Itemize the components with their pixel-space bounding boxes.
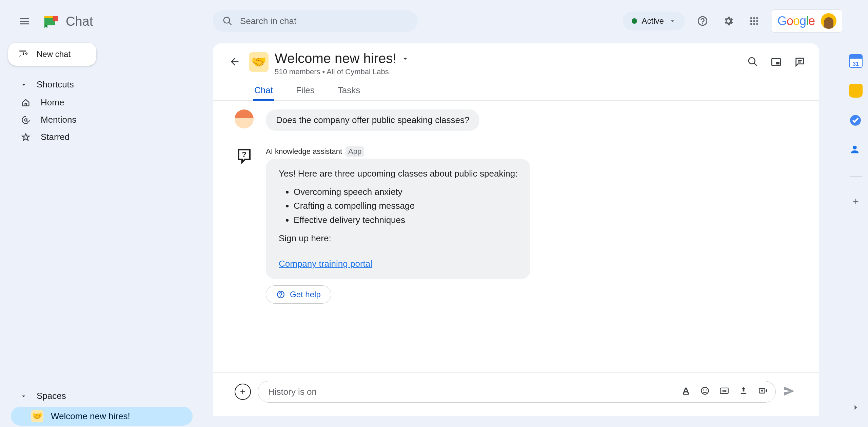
svg-point-3 [756, 17, 758, 19]
space-emoji-icon: 🤝 [31, 410, 43, 422]
side-rail: 31 + [844, 44, 868, 427]
svg-point-14 [702, 387, 709, 394]
svg-point-6 [756, 20, 758, 22]
caret-down-icon [20, 393, 27, 400]
rail-addons-button[interactable]: + [853, 196, 859, 207]
composer-bar: + History is on GIF [213, 372, 819, 416]
threads-button[interactable] [794, 56, 806, 69]
account-box[interactable]: Google [772, 9, 842, 33]
new-chat-label: New chat [37, 49, 71, 59]
tab-chat[interactable]: Chat [253, 82, 274, 100]
svg-point-16 [706, 389, 707, 390]
upload-button[interactable] [739, 386, 748, 398]
rail-keep-button[interactable] [849, 84, 863, 98]
app-brand[interactable]: Chat [42, 12, 93, 30]
svg-point-9 [756, 23, 758, 25]
svg-point-2 [753, 17, 755, 19]
format-button[interactable] [681, 386, 691, 398]
composer-input[interactable]: History is on GIF [258, 381, 776, 403]
bot-list-item: Overcoming speech anxiety [294, 186, 517, 199]
sidebar-item-home[interactable]: Home [0, 94, 203, 111]
sidebar-item-starred[interactable]: Starred [0, 128, 203, 146]
spaces-header[interactable]: Spaces [0, 387, 203, 405]
svg-rect-11 [776, 62, 780, 64]
space-avatar-icon: 🤝 [249, 52, 269, 72]
svg-point-4 [750, 20, 752, 22]
main-menu-button[interactable] [16, 13, 33, 29]
bot-message-bubble: Yes! Here are three upcoming classes abo… [266, 159, 530, 279]
composer-add-button[interactable]: + [235, 384, 251, 400]
rail-collapse-button[interactable] [851, 403, 861, 413]
emoji-button[interactable] [700, 386, 710, 398]
user-message-bubble: Does the company offer public speaking c… [266, 109, 479, 131]
status-label: Active [642, 16, 664, 26]
get-help-button[interactable]: Get help [266, 285, 331, 304]
help-icon [276, 290, 285, 299]
star-icon [21, 133, 31, 142]
sidebar-item-label: Home [41, 97, 64, 108]
bot-list-item: Crafting a compelling message [294, 200, 517, 212]
tab-files[interactable]: Files [295, 82, 316, 100]
status-dot-icon [632, 18, 637, 24]
sidebar-item-label: Starred [41, 132, 70, 142]
get-help-label: Get help [290, 290, 321, 299]
settings-button[interactable] [720, 13, 736, 29]
search-in-space-button[interactable] [747, 56, 758, 69]
meet-button[interactable] [758, 386, 769, 398]
new-chat-button[interactable]: New chat [8, 43, 96, 66]
gear-icon [723, 15, 734, 27]
message-bot: ? AI knowledge assistant App Yes! Here a… [226, 146, 806, 304]
svg-point-1 [750, 17, 752, 19]
space-item-welcome-new-hires[interactable]: 🤝 Welcome new hires! [11, 407, 193, 426]
gif-button[interactable]: GIF [719, 386, 729, 398]
arrow-left-icon [229, 56, 240, 67]
shortcuts-header[interactable]: Shortcuts [0, 75, 203, 94]
space-title-button[interactable]: Welcome new hires! [275, 51, 410, 66]
back-button[interactable] [226, 54, 243, 70]
svg-text:GIF: GIF [722, 389, 727, 393]
bot-app-tag: App [346, 146, 364, 157]
pip-icon [770, 56, 782, 68]
tasks-icon [849, 114, 862, 127]
support-button[interactable] [694, 13, 711, 29]
home-icon [21, 98, 31, 107]
tab-tasks[interactable]: Tasks [336, 82, 361, 100]
google-logo: Google [777, 14, 815, 28]
chevron-down-icon [400, 54, 410, 63]
format-icon [681, 386, 691, 395]
spaces-label: Spaces [37, 391, 66, 401]
rail-contacts-button[interactable] [849, 144, 863, 157]
apps-grid-icon [749, 16, 759, 26]
svg-point-8 [753, 23, 755, 25]
apps-launcher-button[interactable] [746, 13, 762, 29]
search-input[interactable]: Search in chat [213, 10, 418, 32]
menu-icon [18, 15, 31, 27]
svg-point-15 [703, 389, 704, 390]
svg-point-5 [753, 20, 755, 22]
bot-avatar-icon: ? [236, 147, 253, 164]
status-dropdown[interactable]: Active [623, 12, 685, 30]
bot-intro-text: Yes! Here are three upcoming classes abo… [279, 167, 517, 180]
chat-lines-icon [794, 56, 806, 68]
help-icon [697, 15, 708, 27]
user-avatar[interactable] [821, 13, 836, 29]
training-portal-link[interactable]: Company training portal [279, 259, 372, 269]
bot-avatar: ? [235, 146, 254, 165]
upload-icon [739, 386, 748, 395]
left-sidebar: Chat New chat Shortcuts Home Mentions St… [0, 0, 203, 427]
caret-down-icon [20, 81, 27, 88]
pip-button[interactable] [770, 56, 782, 69]
sidebar-item-label: Mentions [41, 115, 77, 125]
svg-text:?: ? [242, 150, 246, 159]
sidebar-item-mentions[interactable]: Mentions [0, 111, 203, 128]
send-button[interactable] [783, 384, 797, 399]
send-icon [783, 384, 796, 398]
bot-list-item: Effective delivery techniques [294, 214, 517, 227]
shortcuts-label: Shortcuts [37, 79, 74, 90]
rail-tasks-button[interactable] [849, 114, 863, 127]
space-title: Welcome new hires! [275, 51, 396, 66]
user-message-avatar [235, 109, 254, 128]
rail-calendar-button[interactable]: 31 [849, 54, 863, 68]
message-list: Does the company offer public speaking c… [213, 101, 819, 372]
chevron-right-icon [851, 403, 861, 412]
